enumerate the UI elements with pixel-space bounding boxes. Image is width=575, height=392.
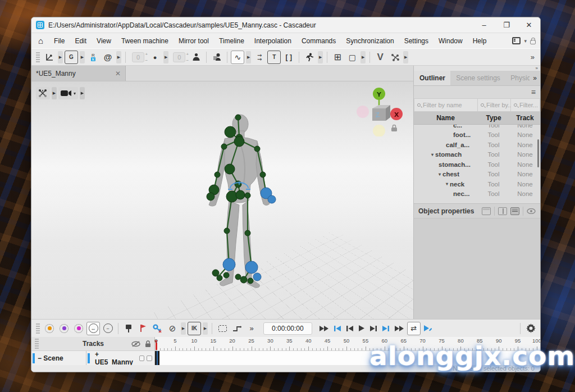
outliner-row[interactable]: foot...ToolNone [414, 130, 540, 140]
rewind-button[interactable] [320, 326, 328, 331]
play-button[interactable] [359, 325, 364, 331]
visibility-eye-icon[interactable] [527, 208, 536, 214]
ik-dropdown[interactable]: ▶ [203, 322, 208, 335]
ue5-manny-track-row[interactable]: + UE5_Manny [86, 351, 155, 365]
joint-display-dropdown[interactable]: ▶ [52, 87, 57, 99]
outliner-row[interactable]: c...ToolNone [414, 125, 540, 130]
keyframe-dot-button[interactable]: ● [148, 51, 162, 64]
ghost-magenta-button[interactable] [72, 322, 85, 335]
axis-tool-dropdown[interactable]: ▶ [58, 51, 63, 63]
maximize-button[interactable]: ❐ [495, 17, 518, 33]
character-copy-icon[interactable] [210, 51, 223, 64]
outliner-scrollbar[interactable] [537, 139, 539, 167]
outliner-row[interactable]: nec...ToolNone [414, 189, 540, 199]
outliner-menu-icon[interactable]: ≡ [531, 88, 536, 97]
outliner-row[interactable]: ▾neckToolNone [414, 179, 540, 189]
loop-toggle-button[interactable]: ⇄ [407, 322, 421, 335]
split-view-icon[interactable] [498, 207, 507, 215]
joint-display-button[interactable] [36, 87, 50, 99]
g-tool-dropdown[interactable]: ▶ [80, 51, 85, 63]
outliner-column-header[interactable]: Name Type Track [414, 112, 540, 125]
menu-edit[interactable]: Edit [70, 35, 92, 47]
outliner-row[interactable]: ▾chestToolNone [414, 170, 540, 180]
run-dropdown[interactable]: ▶ [318, 51, 323, 63]
ghost-orange-button[interactable] [43, 322, 56, 335]
menu-interpolation[interactable]: Interpolation [249, 35, 296, 47]
go-to-end-button[interactable] [382, 326, 389, 331]
list-view-icon[interactable] [510, 207, 519, 215]
step-interpolation-icon[interactable] [230, 322, 244, 335]
column-name[interactable]: Name [414, 114, 477, 122]
disable-dropdown[interactable]: ▶ [181, 322, 186, 335]
g-tool-button[interactable]: G [65, 51, 78, 64]
keyframe-dropdown[interactable]: ▶ [163, 51, 168, 63]
tree-expand-icon[interactable]: ▾ [431, 152, 433, 157]
remove-interval-button[interactable]: − [101, 322, 115, 335]
disable-button[interactable]: ⊘ [166, 322, 179, 335]
spiral-tool-button[interactable]: @ [101, 51, 115, 64]
character-tool-icon[interactable] [189, 51, 203, 64]
playback-settings-gear-icon[interactable] [524, 322, 537, 335]
timeline-grip[interactable] [35, 339, 39, 349]
run-animation-icon[interactable] [303, 51, 316, 64]
value-stepper-1[interactable]: 0+− [132, 52, 144, 62]
title-bar[interactable]: E:/Users/Administrator/AppData/Local/Cas… [31, 17, 540, 33]
layout-lock-icon[interactable] [530, 40, 536, 44]
filter-by-type-input[interactable]: Filter by... [478, 99, 510, 111]
interpolation-curve-button[interactable]: ∿ [231, 51, 244, 64]
detach-panel-icon[interactable] [482, 207, 491, 215]
panel-tabs-overflow[interactable]: » [530, 74, 540, 82]
rk-tool-button[interactable]: R k [86, 51, 100, 64]
grid-view-button[interactable]: ⊞ [331, 51, 344, 64]
camera-button[interactable]: ▾ [58, 87, 78, 99]
tab-outliner[interactable]: Outliner [414, 71, 450, 85]
menu-settings[interactable]: Settings [399, 35, 433, 47]
play-record-button[interactable] [424, 325, 432, 332]
rig-graph-icon[interactable] [388, 51, 401, 64]
toolbar-overflow-icon[interactable]: » [527, 53, 538, 61]
camera-dropdown[interactable]: ▶ [80, 87, 85, 99]
frame-0-keyblock[interactable] [155, 351, 159, 365]
lock-tracks-icon[interactable] [145, 340, 151, 348]
next-frame-button[interactable] [370, 326, 377, 331]
toolbar-grip[interactable] [36, 52, 40, 62]
selection-box-icon[interactable] [216, 322, 229, 335]
autophysics-toggle-button[interactable]: ↔ [86, 322, 100, 335]
outliner-row[interactable]: stomach...ToolNone [414, 159, 540, 170]
outliner-row[interactable]: ▾stomachToolNone [414, 150, 540, 160]
axis-tool-icon[interactable] [43, 51, 56, 64]
tab-ue5-manny[interactable]: *UE5_Manny ✕ [31, 66, 126, 81]
v-logo-button[interactable]: V [373, 51, 387, 64]
rig-graph-dropdown[interactable]: ▶ [403, 51, 408, 63]
tab-physics[interactable]: Physic [505, 71, 530, 85]
ghost-purple-button[interactable] [57, 322, 71, 335]
spiral-tool-dropdown[interactable]: ▶ [116, 51, 121, 63]
value-stepper-2[interactable]: 0+− [173, 52, 185, 62]
menu-mirror-tool[interactable]: Mirror tool [174, 35, 214, 47]
go-to-start-button[interactable] [334, 326, 341, 331]
menu-tween-machine[interactable]: Tween machine [116, 35, 174, 47]
view-dropdown[interactable]: ▶ [360, 51, 366, 63]
square-view-button[interactable]: ▢ [345, 51, 359, 64]
menu-commands[interactable]: Commands [296, 35, 341, 47]
outliner-row[interactable]: calf_a...ToolNone [414, 140, 540, 150]
filter-by-track-input[interactable]: Filter... [511, 99, 540, 111]
fast-forward-button[interactable] [395, 326, 404, 331]
tree-expand-icon[interactable]: ▾ [446, 181, 448, 186]
menu-timeline[interactable]: Timeline [214, 35, 249, 47]
column-track[interactable]: Track [510, 114, 540, 122]
tab-scene-settings[interactable]: Scene settings [450, 71, 505, 85]
menu-file[interactable]: File [49, 35, 70, 47]
interpolation-dropdown[interactable]: ▶ [246, 51, 251, 63]
timecode-field[interactable]: 0:00:00:00 [263, 322, 312, 335]
menu-help[interactable]: Help [468, 35, 492, 47]
scene-track-row[interactable]: − Scene [31, 351, 86, 365]
filter-by-name-input[interactable]: Filter by name [414, 99, 477, 111]
brackets-tool-button[interactable]: [ ] [282, 51, 295, 64]
playback-overflow-icon[interactable]: » [245, 322, 258, 335]
track-checkbox-1[interactable] [139, 355, 145, 361]
workspace-layout-icon[interactable] [512, 37, 521, 44]
menu-synchronization[interactable]: Synchronization [341, 35, 399, 47]
previous-frame-button[interactable] [346, 326, 353, 331]
delete-key-button[interactable] [151, 322, 165, 335]
